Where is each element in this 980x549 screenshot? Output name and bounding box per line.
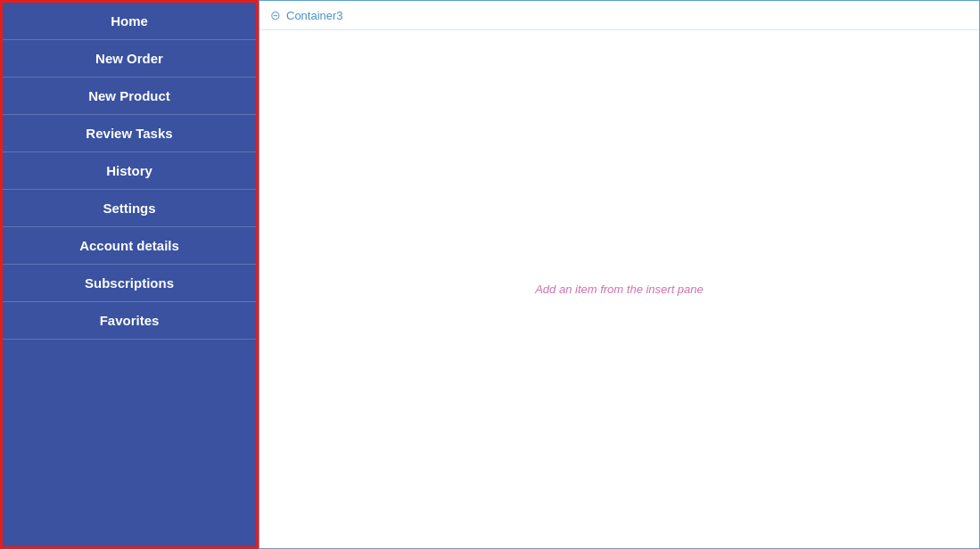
- sidebar-item-account-details[interactable]: Account details: [3, 227, 256, 265]
- sidebar-item-new-product[interactable]: New Product: [3, 78, 256, 115]
- sidebar-item-favorites[interactable]: Favorites: [3, 302, 256, 340]
- sidebar-item-home[interactable]: Home: [3, 3, 256, 40]
- content-body: Add an item from the insert pane: [259, 30, 979, 548]
- main-layout: HomeNew OrderNew ProductReview TasksHist…: [0, 0, 980, 549]
- content-header: ⊝ Container3: [259, 1, 979, 30]
- sidebar-empty-space: [3, 340, 256, 546]
- content-area: ⊝ Container3 Add an item from the insert…: [259, 0, 980, 549]
- container-icon: ⊝: [270, 8, 281, 22]
- sidebar-item-review-tasks[interactable]: Review Tasks: [3, 115, 256, 152]
- insert-hint: Add an item from the insert pane: [535, 283, 704, 296]
- sidebar: HomeNew OrderNew ProductReview TasksHist…: [0, 0, 259, 549]
- sidebar-item-settings[interactable]: Settings: [3, 190, 256, 227]
- container-label: Container3: [286, 9, 343, 22]
- sidebar-item-new-order[interactable]: New Order: [3, 40, 256, 78]
- sidebar-item-subscriptions[interactable]: Subscriptions: [3, 265, 256, 302]
- sidebar-item-history[interactable]: History: [3, 152, 256, 190]
